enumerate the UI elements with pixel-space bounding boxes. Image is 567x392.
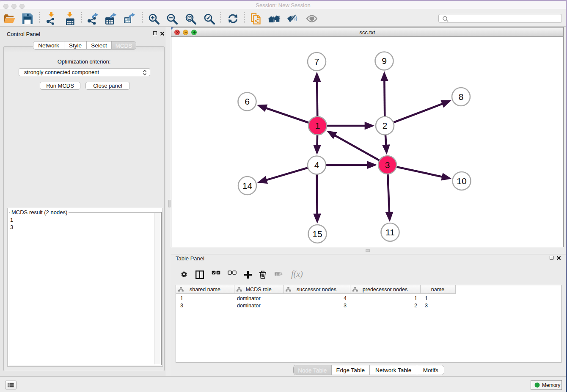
svg-text:14: 14 [242, 181, 253, 190]
svg-text:15: 15 [312, 229, 322, 239]
svg-text:3: 3 [385, 160, 390, 170]
svg-text:1: 1 [315, 121, 320, 130]
svg-text:10: 10 [457, 176, 466, 186]
svg-text:2: 2 [383, 121, 388, 130]
svg-text:7: 7 [314, 57, 319, 66]
svg-text:8: 8 [459, 92, 464, 102]
svg-text:6: 6 [245, 97, 250, 106]
svg-text:4: 4 [314, 160, 319, 170]
svg-text:11: 11 [385, 227, 395, 237]
svg-text:9: 9 [382, 56, 387, 66]
